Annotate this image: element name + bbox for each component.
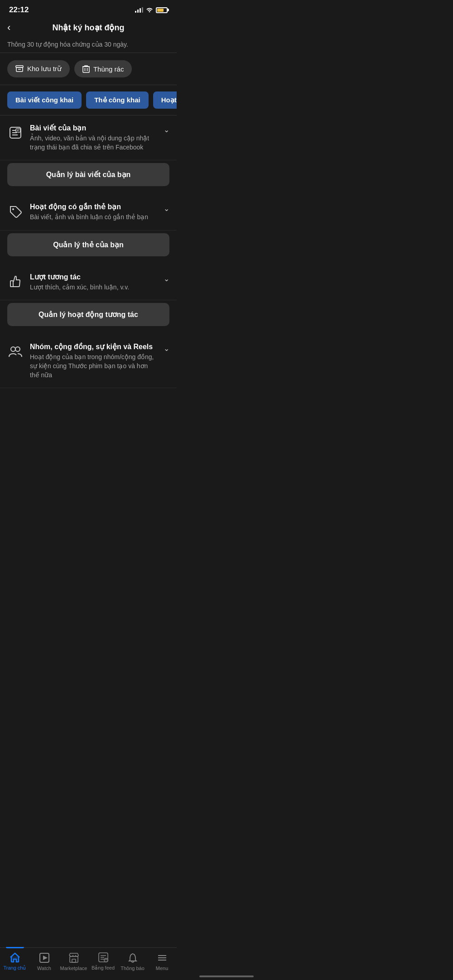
groups-icon: [7, 343, 24, 360]
tag-icon: [7, 203, 24, 220]
section-your-posts: Bài viết của bạn Ảnh, video, văn bản và …: [0, 115, 177, 160]
manage-posts-button[interactable]: Quản lý bài viết của bạn: [7, 163, 169, 186]
trash-button[interactable]: Thùng rác: [74, 60, 132, 77]
chevron-down-icon: ⌄: [164, 202, 169, 213]
tab-activity[interactable]: Hoạt động trẻ: [153, 91, 177, 109]
manage-tags-button[interactable]: Quản lý thẻ của bạn: [7, 233, 169, 256]
status-time: 22:12: [9, 5, 29, 14]
signal-icon: [135, 7, 143, 13]
content-area: Bài viết của bạn Ảnh, video, văn bản và …: [0, 115, 177, 424]
chevron-down-icon: ⌄: [164, 273, 169, 283]
section-interactions: Lượt tương tác Lượt thích, cảm xúc, bình…: [0, 264, 177, 301]
svg-rect-3: [83, 67, 89, 72]
battery-icon: [156, 7, 168, 13]
subtitle-text: Thông 30 tự động hóa chứng của 30 ngày.: [0, 39, 177, 53]
svg-rect-11: [16, 129, 20, 132]
interactions-desc: Lượt thích, cảm xúc, bình luận, v.v.: [30, 283, 157, 292]
filter-tabs: Bài viết công khai Thẻ công khai Hoạt độ…: [0, 85, 177, 115]
wifi-icon: [146, 6, 153, 14]
interactions-title: Lượt tương tác: [30, 273, 157, 281]
trash-label: Thùng rác: [93, 65, 124, 73]
groups-desc: Hoạt động của bạn trong nhóm/cộng đồng, …: [30, 353, 157, 380]
archive-label: Kho lưu trữ: [27, 65, 62, 73]
archive-icon: [15, 65, 24, 72]
page-title: Nhật ký hoạt động: [53, 23, 125, 33]
svg-point-16: [11, 347, 15, 351]
action-buttons-row: Kho lưu trữ Thùng rác: [0, 53, 177, 85]
status-icons: [135, 6, 168, 14]
section-tagged-activity: Hoạt động có gắn thẻ bạn Bài viết, ảnh v…: [0, 194, 177, 231]
tagged-title: Hoạt động có gắn thẻ bạn: [30, 202, 157, 211]
chevron-down-icon: ⌄: [164, 342, 169, 353]
status-bar: 22:12: [0, 0, 177, 18]
svg-rect-15: [10, 281, 13, 287]
tab-public-posts[interactable]: Bài viết công khai: [7, 91, 82, 109]
trash-icon: [82, 65, 90, 73]
svg-point-14: [12, 208, 14, 210]
your-posts-title: Bài viết của bạn: [30, 124, 157, 132]
thumbsup-icon: [7, 274, 24, 290]
section-groups-reels: Nhóm, cộng đồng, sự kiện và Reels Hoạt đ…: [0, 334, 177, 388]
tagged-desc: Bài viết, ảnh và bình luận có gắn thẻ bạ…: [30, 213, 157, 222]
groups-title: Nhóm, cộng đồng, sự kiện và Reels: [30, 342, 157, 351]
manage-interactions-button[interactable]: Quản lý hoạt động tương tác: [7, 303, 169, 326]
your-posts-desc: Ảnh, video, văn bản và nội dung cập nhật…: [30, 134, 157, 152]
back-button[interactable]: ‹: [7, 22, 10, 34]
chevron-down-icon: ⌄: [164, 124, 169, 134]
posts-icon: [7, 125, 24, 141]
header: ‹ Nhật ký hoạt động: [0, 18, 177, 39]
archive-button[interactable]: Kho lưu trữ: [7, 60, 70, 77]
tab-public-tags[interactable]: Thẻ công khai: [86, 91, 149, 109]
svg-point-17: [15, 347, 20, 351]
